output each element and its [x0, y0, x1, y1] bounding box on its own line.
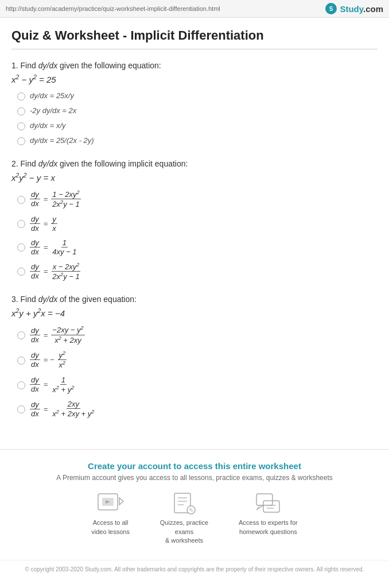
option-q3a[interactable]: dy dx = −2xy − y2 x2 + 2xy	[17, 325, 378, 345]
svg-text:S: S	[329, 6, 333, 12]
quiz-icon: ✎	[170, 492, 199, 515]
feature-experts: Access to experts forhomework questions	[239, 492, 298, 545]
radio-q1a[interactable]	[17, 92, 25, 100]
option-q2c-text: dy dx = 1 4xy − 1	[30, 238, 78, 256]
option-q2a-text: dy dx = 1 − 2xy2 2x2y − 1	[30, 189, 81, 209]
question-1: 1. Find dy/dx given the following equati…	[11, 61, 378, 145]
option-q3d[interactable]: dy dx = 2xy x2 + 2xy + y2	[17, 400, 378, 418]
option-q3d-text: dy dx = 2xy x2 + 2xy + y2	[30, 400, 95, 418]
option-q1d-text: dy/dx = 25/(2x - 2y)	[30, 136, 94, 145]
question-3-options: dy dx = −2xy − y2 x2 + 2xy	[17, 325, 378, 418]
features-row: Access to allvideo lessons ✎ Quizzes, pr…	[6, 492, 383, 545]
feature-quiz-label: Quizzes, practice exams& worksheets	[153, 519, 216, 545]
radio-q2b[interactable]	[17, 220, 25, 228]
option-q2d-text: dy dx = x − 2xy2 2x2y − 1	[30, 262, 81, 281]
radio-q1d[interactable]	[17, 137, 25, 145]
question-2: 2. Find dy/dx given the following implic…	[11, 159, 378, 281]
option-q3b[interactable]: dy dx = − y2 x2	[17, 350, 378, 370]
radio-q2d[interactable]	[17, 268, 25, 276]
question-2-header: 2. Find dy/dx given the following implic…	[11, 159, 378, 168]
option-q2b-text: dy dx = y x	[30, 215, 57, 233]
logo-area: S Study.com	[325, 2, 383, 15]
question-3-equation: x2y + y2x = −4	[11, 307, 378, 318]
video-icon	[96, 492, 125, 515]
radio-q2a[interactable]	[17, 196, 25, 204]
chat-icon	[254, 492, 282, 515]
radio-q3d[interactable]	[17, 405, 25, 413]
footer: © copyright 2003-2020 Study.com. All oth…	[0, 560, 389, 578]
option-q1a-text: dy/dx = 25x/y	[30, 91, 74, 100]
question-3: 3. Find dy/dx of the given equation: x2y…	[11, 295, 378, 418]
feature-quiz: ✎ Quizzes, practice exams& worksheets	[153, 492, 216, 545]
option-q1b[interactable]: -2y dy/dx = 2x	[17, 106, 378, 115]
radio-q1c[interactable]	[17, 122, 25, 130]
question-3-header: 3. Find dy/dx of the given equation:	[11, 295, 378, 304]
option-q2d[interactable]: dy dx = x − 2xy2 2x2y − 1	[17, 262, 378, 281]
question-1-options: dy/dx = 25x/y -2y dy/dx = 2x dy/dx = x/y…	[17, 91, 378, 145]
radio-q2c[interactable]	[17, 243, 25, 252]
study-logo-icon: S	[325, 2, 337, 15]
option-q3a-text: dy dx = −2xy − y2 x2 + 2xy	[30, 325, 85, 345]
question-1-header: 1. Find dy/dx given the following equati…	[11, 61, 378, 70]
svg-rect-14	[263, 501, 279, 512]
option-q2a[interactable]: dy dx = 1 − 2xy2 2x2y − 1	[17, 189, 378, 209]
radio-q3b[interactable]	[17, 357, 25, 365]
feature-experts-label: Access to experts forhomework questions	[239, 519, 298, 536]
feature-video: Access to allvideo lessons	[91, 492, 130, 545]
main-content: 1. Find dy/dx given the following equati…	[0, 55, 389, 443]
radio-q1b[interactable]	[17, 107, 25, 115]
page-title: Quiz & Worksheet - Implicit Differentiat…	[11, 28, 378, 49]
question-2-equation: x2y2 − y = x	[11, 172, 378, 183]
option-q1a[interactable]: dy/dx = 25x/y	[17, 91, 378, 100]
option-q3c-text: dy dx = 1 x2 + y2	[30, 376, 75, 394]
cta-title: Create your account to access this entir…	[6, 461, 383, 471]
svg-text:✎: ✎	[189, 507, 193, 513]
url-bar: http://study.com/academy/practice/quiz-w…	[6, 5, 220, 12]
option-q2c[interactable]: dy dx = 1 4xy − 1	[17, 238, 378, 256]
top-bar: http://study.com/academy/practice/quiz-w…	[0, 0, 389, 18]
option-q1b-text: -2y dy/dx = 2x	[30, 106, 76, 115]
option-q3b-text: dy dx = − y2 x2	[30, 350, 67, 370]
option-q3c[interactable]: dy dx = 1 x2 + y2	[17, 376, 378, 394]
option-q2b[interactable]: dy dx = y x	[17, 215, 378, 233]
svg-rect-12	[256, 494, 273, 505]
radio-q3c[interactable]	[17, 381, 25, 389]
option-q1c-text: dy/dx = x/y	[30, 121, 66, 130]
cta-subtitle: A Premium account gives you access to al…	[6, 474, 383, 482]
option-q1d[interactable]: dy/dx = 25/(2x - 2y)	[17, 136, 378, 145]
svg-marker-3	[119, 498, 123, 505]
question-2-options: dy dx = 1 − 2xy2 2x2y − 1	[17, 189, 378, 281]
cta-section: Create your account to access this entir…	[0, 449, 389, 560]
question-1-equation: x2 − y2 = 25	[11, 74, 378, 84]
svg-marker-13	[256, 505, 263, 510]
option-q1c[interactable]: dy/dx = x/y	[17, 121, 378, 130]
logo-text: Study.com	[340, 4, 383, 14]
feature-video-label: Access to allvideo lessons	[91, 519, 130, 536]
radio-q3a[interactable]	[17, 331, 25, 339]
